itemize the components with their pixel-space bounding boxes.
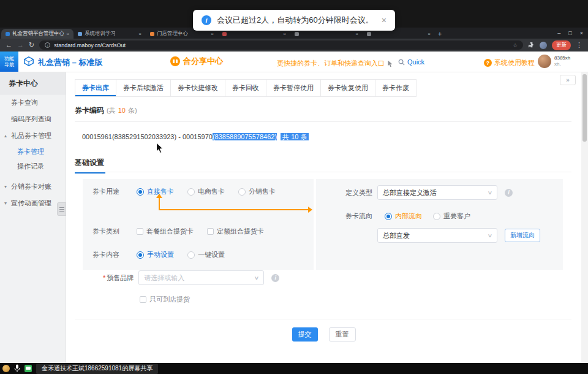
update-button[interactable]: 更新 xyxy=(552,40,571,50)
basic-settings-right-panel: 定义类型 总部直接定义激活 ∨ i 券卡流向 内部流向 重要客户 xyxy=(316,179,563,270)
tab-void[interactable]: 券卡作废 xyxy=(375,79,417,97)
gift-icon xyxy=(170,56,180,66)
brand-logo-icon xyxy=(23,56,34,69)
sidebar-group-promo-animation[interactable]: ▾ 宣传动画管理 xyxy=(0,195,66,212)
required-asterisk: * xyxy=(103,274,105,281)
sidebar-item-code-sequence-query[interactable]: 编码序列查询 xyxy=(0,111,66,128)
option-label: 分销售卡 xyxy=(249,187,276,196)
browser-tab-2[interactable]: 系统培训学习 × xyxy=(74,29,146,39)
tab-pause-use[interactable]: 券卡暂停使用 xyxy=(266,79,321,97)
radio-important-customer[interactable]: 重要客户 xyxy=(433,212,470,221)
radio-manual-setup[interactable]: 手动设置 xyxy=(137,250,174,259)
panel-collapse-button[interactable]: » xyxy=(560,75,576,85)
scrollbar-track xyxy=(581,72,588,363)
pointer-icon xyxy=(387,60,393,67)
tab-close-icon[interactable]: × xyxy=(66,31,69,37)
radio-distribution-sale[interactable]: 分销售卡 xyxy=(238,187,276,196)
app-header: 功能 导航 礼盒营销 – 标准版 合分享中心 更快捷的券卡、订单和快递查询入口 xyxy=(0,52,588,72)
tab-followup-activation[interactable]: 券卡后续激活 xyxy=(116,79,171,97)
sidebar-item-label: 编码序列查询 xyxy=(11,115,51,124)
site-info-icon[interactable]: i xyxy=(45,42,50,48)
favicon xyxy=(150,32,154,36)
presale-brand-help-icon[interactable]: i xyxy=(271,274,279,282)
quick-entry-text: 更快捷的券卡、订单和快递查询入口 xyxy=(277,59,393,68)
share-center-link[interactable]: 合分享中心 xyxy=(170,56,223,67)
user-avatar xyxy=(538,55,551,68)
tab-close-icon[interactable]: × xyxy=(211,31,214,37)
browser-menu-icon[interactable]: ⋮ xyxy=(576,42,582,48)
add-flow-button[interactable]: 新增流向 xyxy=(505,229,540,242)
radio-icon xyxy=(238,188,246,196)
sidebar-collapse-toggle[interactable] xyxy=(57,202,66,216)
code-selected-text: (8385889075578462) xyxy=(213,133,277,140)
divider xyxy=(75,319,571,319)
sidebar-group-distribution-reconciliation[interactable]: ▾ 分销券卡对账 xyxy=(0,178,66,195)
define-type-help-icon[interactable]: i xyxy=(505,189,513,197)
radio-one-click-setup[interactable]: 一键设置 xyxy=(187,250,225,259)
browser-profile-avatar[interactable] xyxy=(540,42,547,49)
quick-label: Quick xyxy=(407,58,424,66)
user-subtext: xh. xyxy=(554,61,570,67)
chevron-down-icon: ∨ xyxy=(488,233,493,239)
tab-close-icon[interactable]: × xyxy=(283,31,286,37)
caret-up-icon: ▴ xyxy=(4,133,7,139)
reload-icon[interactable]: ↻ xyxy=(29,42,34,48)
screen-share-text: 金禾通技术王斌18662591081的屏幕共享 xyxy=(36,364,158,374)
bookmark-star-icon[interactable]: ☆ xyxy=(513,42,518,48)
info-icon: i xyxy=(202,15,211,25)
checkbox-store-pickup-only[interactable]: 只可到店提货 xyxy=(140,295,190,304)
favicon xyxy=(6,32,10,36)
new-tab-button[interactable]: + xyxy=(435,29,445,39)
scrollbar-thumb[interactable] xyxy=(582,74,587,142)
user-chip[interactable]: 8385xh xh. xyxy=(538,55,570,68)
tab-cards-out[interactable]: 券卡出库 xyxy=(75,79,116,97)
radio-direct-sale[interactable]: 直接售卡 xyxy=(137,187,174,196)
tab-close-icon[interactable]: × xyxy=(138,31,141,37)
radio-icon xyxy=(433,213,440,220)
reset-button[interactable]: 重置 xyxy=(329,327,356,342)
divider xyxy=(75,121,571,122)
forward-icon[interactable]: → xyxy=(17,42,24,48)
browser-tab-1[interactable]: 礼盒营销平台管理中心 × xyxy=(1,29,74,39)
tab-recycle[interactable]: 券卡回收 xyxy=(225,79,266,97)
back-icon[interactable]: ← xyxy=(6,42,12,48)
screen-share-bar: 金禾通技术王斌18662591081的屏幕共享 xyxy=(0,363,588,374)
extensions-icon[interactable] xyxy=(528,42,535,48)
sidebar-group-gift-card-management[interactable]: ▴ 礼品券卡管理 xyxy=(0,128,66,144)
address-input[interactable]: i standard.maboy.cn/CardsOut ☆ xyxy=(39,40,523,50)
sidebar-item-card-query[interactable]: 券卡查询 xyxy=(0,94,66,111)
tab-close-icon[interactable]: × xyxy=(428,31,431,37)
tab-close-icon[interactable]: × xyxy=(355,31,358,37)
radio-internal-flow[interactable]: 内部流向 xyxy=(385,212,422,221)
define-type-select[interactable]: 总部直接定义激活 ∨ xyxy=(377,185,497,200)
function-nav-button[interactable]: 功能 导航 xyxy=(0,52,18,72)
tutorial-link[interactable]: ? 系统使用教程 xyxy=(484,58,535,67)
presale-brand-select[interactable]: 请选择或输入 ∨ xyxy=(138,270,264,285)
presale-brand-placeholder: 请选择或输入 xyxy=(144,273,184,283)
toast-close-icon[interactable]: × xyxy=(382,15,386,25)
basic-settings-left-panel: 券卡用途 直接售卡 电商售卡 分销售卡 券卡类别 xyxy=(83,179,314,270)
screen-share-icon[interactable] xyxy=(24,365,32,372)
window-maximize-button[interactable]: □ xyxy=(568,30,571,36)
window-minimize-button[interactable]: – xyxy=(557,30,560,36)
define-type-value: 总部直接定义激活 xyxy=(383,188,437,197)
checkbox-fixed-amount-combo-card[interactable]: 定额组合提货卡 xyxy=(207,227,264,236)
submit-button[interactable]: 提交 xyxy=(292,327,318,342)
meeting-toast: i 会议已超过2人，自动转为60分钟限时会议。 × xyxy=(193,10,395,31)
option-label: 手动设置 xyxy=(147,250,174,259)
microphone-icon[interactable] xyxy=(14,364,20,373)
sidebar-item-label: 操作记录 xyxy=(17,162,44,171)
sidebar-item-card-management[interactable]: 券卡管理 xyxy=(0,144,66,159)
checkbox-package-combo-card[interactable]: 套餐组合提货卡 xyxy=(137,227,194,236)
caret-down-icon: ▾ xyxy=(4,200,7,206)
usage-label: 券卡用途 xyxy=(92,187,119,196)
tab-restore-use[interactable]: 券卡恢复使用 xyxy=(321,79,375,97)
quick-search[interactable]: Quick xyxy=(398,58,424,66)
window-close-button[interactable]: × xyxy=(580,30,583,36)
radio-ecommerce-sale[interactable]: 电商售卡 xyxy=(187,187,225,196)
flow-select[interactable]: 总部直发 ∨ xyxy=(377,228,497,243)
tab-quick-modify[interactable]: 券卡快捷修改 xyxy=(171,79,225,97)
category-label: 券卡类别 xyxy=(92,227,119,236)
arrow-right-head xyxy=(308,207,312,213)
sidebar-item-operation-records[interactable]: 操作记录 xyxy=(0,159,66,174)
